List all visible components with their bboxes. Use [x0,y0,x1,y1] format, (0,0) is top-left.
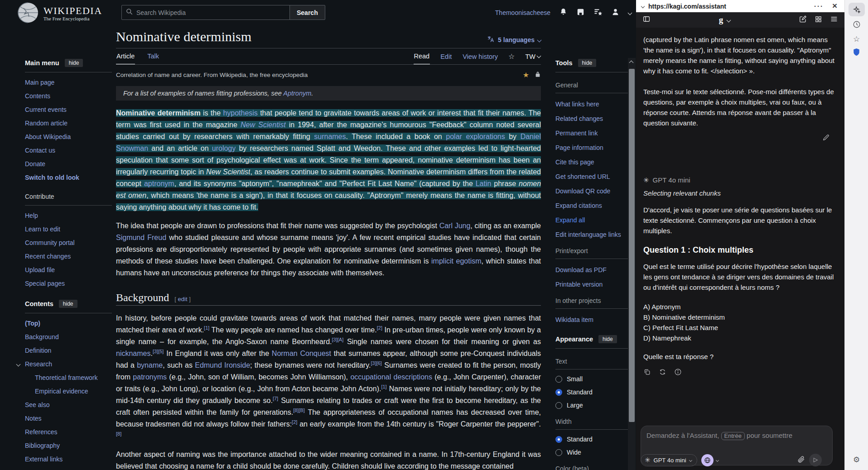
sidebar-item-learn-to-edit[interactable]: Learn to edit [25,225,112,233]
main-menu-hide-button[interactable]: hide [65,59,83,67]
sidebar-item-contents[interactable]: Contents [25,92,112,100]
tools-item-edit-interlanguage[interactable]: Edit interlanguage links [555,231,631,238]
sidebar-item-upload-file[interactable]: Upload file [25,266,112,273]
toc-item-background[interactable]: Background [25,333,112,341]
history-clock-icon[interactable] [853,20,861,30]
sidebar-item-recent-changes[interactable]: Recent changes [25,253,112,260]
toc-item-theoretical-framework[interactable]: Theoretical framework [35,374,112,381]
settings-gear-icon[interactable]: ⚙ [853,455,860,465]
tab-view-history[interactable]: View history [462,49,498,64]
radio-icon[interactable] [555,449,562,456]
section-edit-link[interactable]: [ edit ] [174,296,190,302]
info-icon[interactable] [674,368,682,379]
sidebar-item-current-events[interactable]: Current events [25,106,112,113]
sidebar-item-random-article[interactable]: Random article [25,120,112,127]
ai-sparkle-active-button[interactable] [849,3,865,16]
sidebar-item-contact-us[interactable]: Contact us [25,147,112,154]
panel-url[interactable]: https://kagi.com/assistant [648,3,726,10]
tools-item-printable-version[interactable]: Printable version [555,281,631,288]
search-box[interactable] [121,5,290,20]
sidebar-item-main-page[interactable]: Main page [25,79,112,86]
attachment-paperclip-icon[interactable] [797,456,805,465]
watchlist-icon[interactable] [593,7,603,18]
model-selector[interactable]: ✳ GPT 4o mini [641,454,697,466]
watch-star-icon[interactable]: ☆ [508,52,515,61]
tools-item-get-shortened-url[interactable]: Get shortened URL [555,173,631,180]
scrollbar-thumb[interactable] [629,69,635,422]
tools-item-expand-all[interactable]: Expand all [555,216,631,224]
username-link[interactable]: Themoonisacheese [495,9,550,16]
new-chat-icon[interactable] [799,15,807,25]
twinkle-menu[interactable]: TW [525,49,541,64]
sidebar-item-community-portal[interactable]: Community portal [25,239,112,246]
panel-close-icon[interactable]: × [832,1,837,11]
toc-item-external-links[interactable]: External links [25,456,112,463]
wikipedia-scrollbar[interactable] [628,58,636,470]
radio-icon[interactable] [555,376,562,383]
panel-more-icon[interactable]: ··· [814,2,824,10]
apps-grid-icon[interactable] [815,15,822,25]
assistant-model-name: GPT 4o mini [653,175,690,185]
sidebar-item-special-pages[interactable]: Special pages [25,280,112,287]
globe-icon[interactable] [701,454,714,466]
sidebar-item-help[interactable]: Help [25,212,112,219]
tab-article[interactable]: Article [116,48,135,64]
scroll-up-arrow-icon[interactable] [629,61,634,65]
copy-icon[interactable] [643,368,651,379]
tools-header: Tools hide [555,59,631,72]
toc-collapse-chevron-icon[interactable] [16,362,21,367]
toc-hide-button[interactable]: hide [59,300,77,308]
text-size-option-small[interactable]: Small [555,375,631,383]
sidebar-item-donate[interactable]: Donate [25,160,112,168]
adblock-shield-icon[interactable] [853,48,860,58]
tools-item-what-links-here[interactable]: What links here [555,101,631,108]
sidebar-item-switch-old-look[interactable]: Switch to old look [25,174,112,181]
tools-item-download-qr-code[interactable]: Download QR code [555,187,631,195]
tools-item-expand-citations[interactable]: Expand citations [555,202,631,209]
text-size-option-standard[interactable]: Standard [555,388,631,396]
sidebar-item-about-wikipedia[interactable]: About Wikipedia [25,133,112,140]
tools-item-cite-this-page[interactable]: Cite this page [555,158,631,166]
tools-item-wikidata-item[interactable]: Wikidata item [555,316,631,323]
notifications-bell-icon[interactable] [559,8,568,18]
radio-icon[interactable] [555,402,562,409]
toc-item-notes[interactable]: Notes [25,415,112,422]
tools-hide-button[interactable]: hide [578,59,597,67]
toc-item-see-also[interactable]: See also [25,401,112,408]
toc-item-bibliography[interactable]: Bibliography [25,442,112,449]
edit-message-pencil-icon[interactable] [822,134,830,144]
tools-item-related-changes[interactable]: Related changes [555,115,631,122]
radio-selected-icon[interactable] [555,389,562,396]
sidebar-toggle-icon[interactable] [642,15,651,25]
tools-item-permanent-link[interactable]: Permanent link [555,129,631,137]
url-chevron-icon[interactable] [641,4,645,8]
tab-edit[interactable]: Edit [440,49,452,64]
inbox-tray-icon[interactable] [576,8,585,18]
tab-talk[interactable]: Talk [147,48,159,64]
toc-item-references[interactable]: References [25,428,112,436]
appearance-hide-button[interactable]: hide [598,335,617,343]
menu-hamburger-icon[interactable] [830,15,838,25]
search-button[interactable]: Search [289,5,325,20]
toc-item-empirical-evidence[interactable]: Empirical evidence [35,388,112,395]
send-button[interactable] [809,454,822,466]
languages-button[interactable]: 5 languages [487,35,541,44]
width-option-standard[interactable]: Standard [555,436,631,443]
toc-item-top[interactable]: (Top) [25,320,112,327]
regenerate-icon[interactable] [659,368,666,379]
user-menu-chevron-icon[interactable] [628,10,632,15]
tools-item-page-information[interactable]: Page information [555,144,631,151]
kagi-logo-menu[interactable]: g [719,15,731,25]
width-option-wide[interactable]: Wide [555,449,631,456]
toc-item-definition[interactable]: Definition [25,347,112,354]
radio-selected-icon[interactable] [555,436,562,443]
text-size-option-large[interactable]: Large [555,402,631,409]
wikipedia-logo[interactable]: WIKIPEDIA The Free Encyclopedia [17,2,102,25]
toc-item-research[interactable]: Research [25,360,112,368]
user-menu-icon[interactable] [611,8,620,18]
tools-item-download-pdf[interactable]: Download as PDF [555,266,631,273]
search-input[interactable] [136,9,285,16]
web-access-selector[interactable] [701,454,719,466]
bookmarks-star-icon[interactable]: ☆ [853,34,860,44]
tab-read[interactable]: Read [414,48,430,64]
